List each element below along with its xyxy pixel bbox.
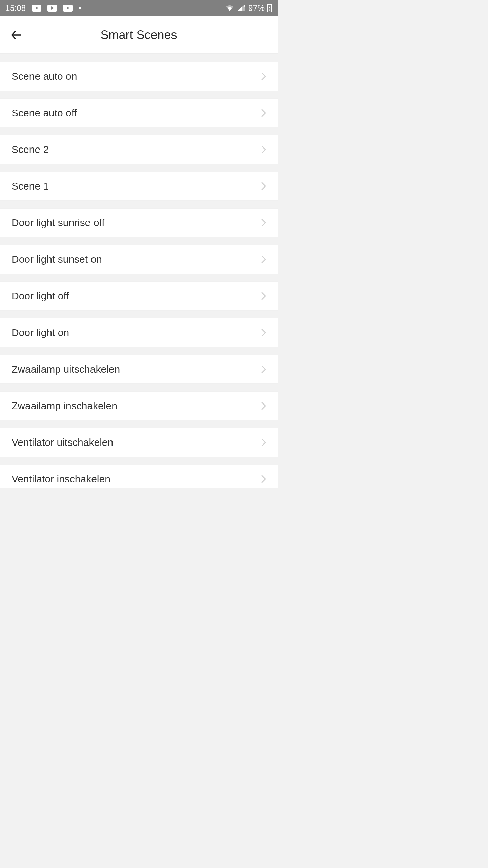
battery-percent: 97% xyxy=(248,3,265,13)
chevron-right-icon xyxy=(261,438,266,447)
scene-item[interactable]: Door light off xyxy=(0,281,278,311)
scene-label: Door light sunset on xyxy=(12,254,102,265)
chevron-right-icon xyxy=(261,365,266,373)
scene-label: Door light on xyxy=(12,327,69,338)
scene-item[interactable]: Scene 1 xyxy=(0,172,278,201)
chevron-right-icon xyxy=(261,145,266,154)
scene-item[interactable]: Ventilator uitschakelen xyxy=(0,428,278,457)
scene-label: Door light off xyxy=(12,290,69,302)
scene-item[interactable]: Ventilator inschakelen xyxy=(0,465,278,488)
scene-label: Scene auto off xyxy=(12,107,77,119)
chevron-right-icon xyxy=(261,329,266,337)
chevron-right-icon xyxy=(261,292,266,300)
wifi-icon xyxy=(225,5,234,12)
back-button[interactable] xyxy=(9,28,23,42)
scene-label: Scene 1 xyxy=(12,180,49,192)
scene-label: Ventilator uitschakelen xyxy=(12,437,113,448)
scene-item[interactable]: Scene auto on xyxy=(0,62,278,91)
scene-item[interactable]: Zwaailamp inschakelen xyxy=(0,391,278,420)
scene-list: Scene auto on Scene auto off Scene 2 Sce… xyxy=(0,54,278,488)
svg-text:x: x xyxy=(243,4,245,8)
page-title: Smart Scenes xyxy=(0,28,278,42)
chevron-right-icon xyxy=(261,109,266,117)
status-time: 15:08 xyxy=(5,3,26,13)
status-left: 15:08 xyxy=(5,3,81,13)
youtube-icon xyxy=(47,5,57,12)
chevron-right-icon xyxy=(261,475,266,483)
scene-item[interactable]: Door light sunrise off xyxy=(0,208,278,237)
youtube-icon xyxy=(32,5,41,12)
chevron-right-icon xyxy=(261,219,266,227)
youtube-icon xyxy=(63,5,73,12)
chevron-right-icon xyxy=(261,402,266,410)
scene-label: Zwaailamp uitschakelen xyxy=(12,363,120,375)
scene-item[interactable]: Scene 2 xyxy=(0,135,278,164)
signal-icon: x xyxy=(237,4,246,12)
notification-dot-icon xyxy=(79,7,81,9)
scene-item[interactable]: Door light on xyxy=(0,318,278,347)
chevron-right-icon xyxy=(261,72,266,80)
chevron-right-icon xyxy=(261,182,266,190)
status-right: x 97% xyxy=(225,3,272,13)
scene-item[interactable]: Scene auto off xyxy=(0,98,278,127)
battery-charging-icon xyxy=(267,4,272,12)
scene-label: Zwaailamp inschakelen xyxy=(12,400,117,412)
arrow-left-icon xyxy=(10,28,23,41)
scene-label: Scene 2 xyxy=(12,144,49,155)
scene-label: Door light sunrise off xyxy=(12,217,105,229)
scene-item[interactable]: Zwaailamp uitschakelen xyxy=(0,355,278,384)
chevron-right-icon xyxy=(261,255,266,263)
status-bar: 15:08 x 97% xyxy=(0,0,278,16)
scene-label: Scene auto on xyxy=(12,71,77,82)
scene-item[interactable]: Door light sunset on xyxy=(0,245,278,274)
app-bar: Smart Scenes xyxy=(0,16,278,54)
scene-label: Ventilator inschakelen xyxy=(12,473,110,485)
